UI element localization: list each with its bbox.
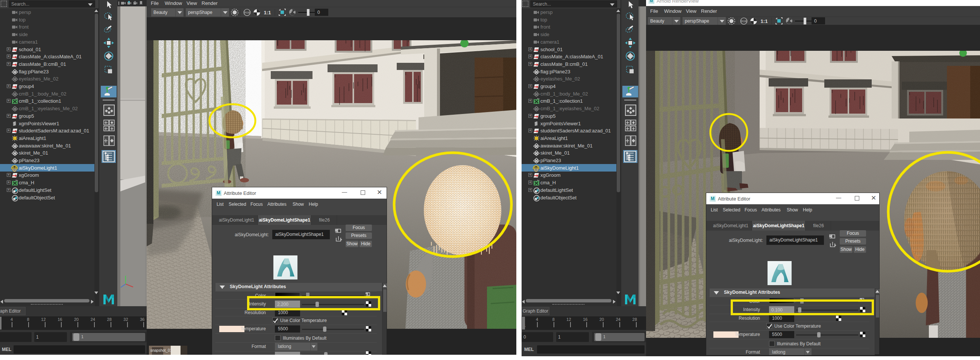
svg-text:RGB: RGB: [244, 11, 250, 14]
svg-text:RGB: RGB: [741, 20, 747, 22]
svg-text:0: 0: [814, 18, 817, 24]
svg-text:1:1: 1:1: [264, 10, 271, 16]
svg-text:1:1: 1:1: [761, 18, 768, 24]
svg-text:snapshot_01: snapshot_01: [150, 348, 172, 352]
svg-text:0: 0: [317, 10, 320, 15]
